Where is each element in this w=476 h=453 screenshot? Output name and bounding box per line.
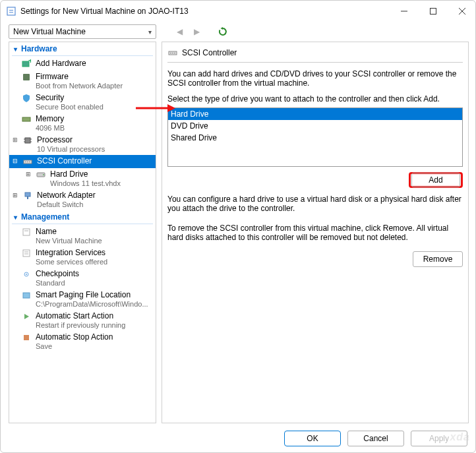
dialog-footer: OK Cancel Apply (1, 423, 476, 453)
svg-point-21 (43, 174, 44, 175)
memory-icon (21, 114, 32, 125)
cancel-button[interactable]: Cancel (347, 431, 404, 446)
vm-selector[interactable]: New Virtual Machine ▾ (9, 24, 156, 39)
svg-rect-9 (23, 74, 30, 80)
drive-option-dvd[interactable]: DVD Drive (168, 120, 462, 132)
expand-icon[interactable]: ⊞ (12, 191, 18, 200)
tree-name[interactable]: NameNew Virtual Machine (9, 226, 156, 247)
section-hardware[interactable]: ▾ Hardware (9, 42, 156, 55)
name-icon (21, 227, 32, 237)
svg-rect-0 (7, 7, 15, 15)
nav-back-button[interactable]: ◀ (173, 26, 185, 38)
section-label: Hardware (21, 44, 57, 53)
tree-firmware[interactable]: FirmwareBoot from Network Adapter (9, 71, 156, 92)
collapse-icon[interactable]: ⊟ (12, 156, 18, 166)
settings-tree: ▾ Hardware + Add Hardware FirmwareBoot f… (9, 42, 156, 423)
info-text-4: To remove the SCSI controller from this … (167, 224, 463, 242)
shield-icon (21, 93, 32, 104)
expand-icon[interactable]: ⊞ (25, 169, 32, 179)
tree-security[interactable]: SecuritySecure Boot enabled (9, 92, 156, 113)
tree-processor[interactable]: ⊞ Processor10 Virtual processors (9, 134, 156, 155)
tree-smart-paging[interactable]: Smart Paging File LocationC:\ProgramData… (9, 289, 156, 310)
drive-option-shared[interactable]: Shared Drive (168, 132, 462, 144)
svg-point-18 (27, 162, 28, 163)
tree-scsi-controller[interactable]: ⊟ SCSI Controller (9, 155, 156, 168)
svg-rect-31 (23, 293, 30, 298)
scsi-icon (22, 156, 33, 167)
svg-point-34 (170, 53, 171, 54)
svg-point-19 (29, 162, 30, 163)
svg-rect-24 (23, 229, 30, 235)
info-text-1: You can add hard drives and CD/DVD drive… (167, 69, 463, 88)
tree-hard-drive[interactable]: ⊞ Hard DriveWindows 11 test.vhdx (9, 168, 156, 189)
network-icon (22, 191, 33, 201)
info-text-2: Select the type of drive you want to att… (167, 94, 463, 104)
svg-rect-22 (25, 193, 30, 196)
auto-start-icon (21, 311, 32, 322)
tree-network-adapter[interactable]: ⊞ Network AdapterDefault Switch (9, 189, 156, 210)
svg-point-17 (25, 162, 26, 163)
collapse-icon: ▾ (12, 45, 18, 53)
settings-icon (6, 6, 16, 16)
paging-icon (21, 290, 32, 301)
svg-rect-1 (9, 10, 13, 11)
minimize-button[interactable] (390, 1, 419, 22)
svg-text:+: + (28, 59, 31, 65)
auto-stop-icon (21, 332, 32, 343)
add-button[interactable]: Add (409, 172, 463, 188)
svg-rect-32 (24, 335, 29, 340)
close-button[interactable] (448, 1, 476, 22)
tree-memory[interactable]: Memory4096 MB (9, 113, 156, 134)
info-text-3: You can configure a hard drive to use a … (167, 195, 463, 213)
collapse-icon: ▾ (12, 214, 18, 221)
drive-type-list[interactable]: Hard Drive DVD Drive Shared Drive (167, 107, 463, 167)
add-hardware-icon: + (21, 59, 32, 69)
nav-forward-button[interactable]: ▶ (191, 26, 202, 38)
tree-integration[interactable]: Integration ServicesSome services offere… (9, 247, 156, 268)
panel-title: SCSI Controller (182, 48, 237, 57)
svg-rect-26 (23, 250, 30, 257)
tree-auto-stop[interactable]: Automatic Stop ActionSave (9, 331, 156, 352)
firmware-icon (21, 72, 32, 82)
vm-selector-label: New Virtual Machine (13, 27, 86, 36)
tree-add-hardware[interactable]: + Add Hardware (9, 57, 156, 71)
scsi-icon (167, 47, 178, 58)
chevron-down-icon: ▾ (148, 28, 152, 36)
svg-rect-4 (431, 9, 436, 15)
maximize-button[interactable] (419, 1, 448, 22)
svg-rect-2 (9, 12, 13, 13)
details-panel: SCSI Controller You can add hard drives … (162, 42, 469, 423)
integration-icon (21, 248, 32, 258)
ok-button[interactable]: OK (284, 431, 341, 446)
svg-rect-23 (27, 196, 28, 199)
svg-rect-10 (22, 117, 30, 121)
watermark: xda (450, 431, 470, 443)
svg-point-36 (174, 53, 175, 54)
remove-button[interactable]: Remove (413, 251, 463, 267)
svg-point-35 (172, 53, 173, 54)
window-title: Settings for New Virtual Machine on JOAO… (20, 7, 390, 16)
svg-rect-11 (25, 138, 30, 143)
section-label: Management (21, 212, 69, 222)
drive-option-hard-drive[interactable]: Hard Drive (168, 108, 462, 120)
toolbar: New Virtual Machine ▾ ◀ ▶ (1, 22, 476, 42)
checkpoints-icon (21, 269, 32, 280)
tree-checkpoints[interactable]: CheckpointsStandard (9, 268, 156, 289)
titlebar: Settings for New Virtual Machine on JOAO… (1, 1, 476, 22)
hard-drive-icon (36, 169, 46, 180)
section-management[interactable]: ▾ Management (9, 210, 156, 224)
tree-auto-start[interactable]: Automatic Start ActionRestart if previou… (9, 310, 156, 331)
refresh-button[interactable] (217, 26, 229, 38)
expand-icon[interactable]: ⊞ (12, 135, 18, 144)
processor-icon (22, 135, 33, 146)
svg-point-30 (26, 274, 27, 275)
